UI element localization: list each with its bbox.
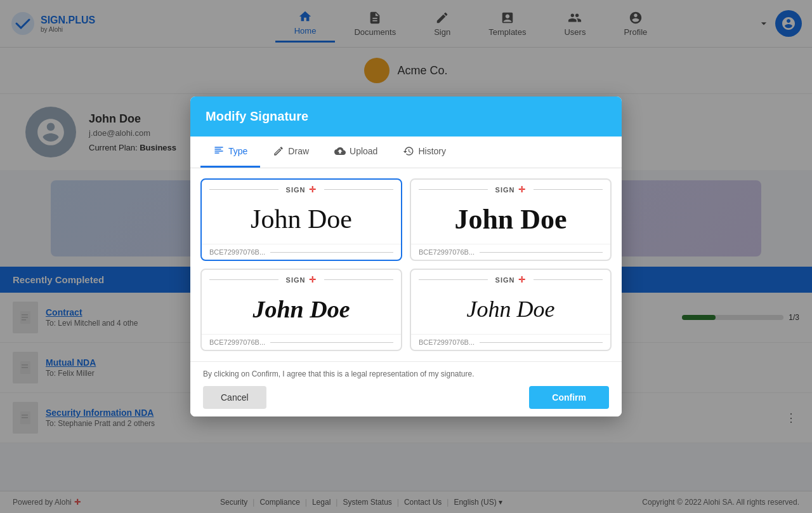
signature-preview-3: John Doe (209, 287, 393, 331)
sig-footer-4: BCE72997076B... (411, 334, 610, 350)
signature-preview-2: John Doe (419, 197, 603, 241)
sig-footer-2: BCE72997076B... (411, 244, 610, 260)
signature-card-3[interactable]: SIGN ✛ John Doe BCE72997076B... (200, 269, 402, 351)
sign-plus-label-2: SIGN ✛ (419, 185, 603, 194)
modify-signature-modal: Modify Signature Type Draw Upload Histor… (190, 97, 622, 416)
tab-history[interactable]: History (390, 137, 459, 168)
tab-draw[interactable]: Draw (260, 137, 322, 168)
tab-upload[interactable]: Upload (322, 137, 390, 168)
modal-header: Modify Signature (190, 97, 622, 137)
signature-card-1[interactable]: SIGN ✛ John Doe BCE72997076B... (200, 178, 402, 261)
sign-plus-label-3: SIGN ✛ (209, 275, 393, 284)
signature-card-4[interactable]: SIGN ✛ John Doe BCE72997076B... (410, 269, 612, 351)
signature-preview-1: John Doe (209, 197, 393, 241)
sig-footer-3: BCE72997076B... (202, 334, 401, 350)
sig-footer-1: BCE72997076B... (202, 244, 401, 260)
footer-buttons: Cancel Confirm (203, 386, 609, 409)
sign-plus-label-4: SIGN ✛ (419, 275, 603, 284)
signature-grid: SIGN ✛ John Doe BCE72997076B... (190, 168, 622, 361)
tab-type[interactable]: Type (200, 137, 260, 168)
modal-footer: By clicking on Confirm, I agree that thi… (190, 361, 622, 416)
signature-card-2[interactable]: SIGN ✛ John Doe BCE72997076B... (410, 178, 612, 261)
modal-overlay: Modify Signature Type Draw Upload Histor… (0, 0, 812, 513)
modal-tabs: Type Draw Upload History (190, 137, 622, 168)
signature-preview-4: John Doe (419, 287, 603, 331)
legal-text: By clicking on Confirm, I agree that thi… (203, 370, 609, 378)
cancel-button[interactable]: Cancel (203, 386, 266, 409)
svg-rect-13 (214, 150, 223, 152)
sign-plus-label: SIGN ✛ (209, 185, 393, 194)
modal-title: Modify Signature (206, 109, 308, 123)
svg-rect-12 (214, 149, 221, 150)
svg-rect-11 (214, 147, 223, 148)
confirm-button[interactable]: Confirm (529, 386, 609, 409)
svg-rect-14 (214, 152, 219, 154)
